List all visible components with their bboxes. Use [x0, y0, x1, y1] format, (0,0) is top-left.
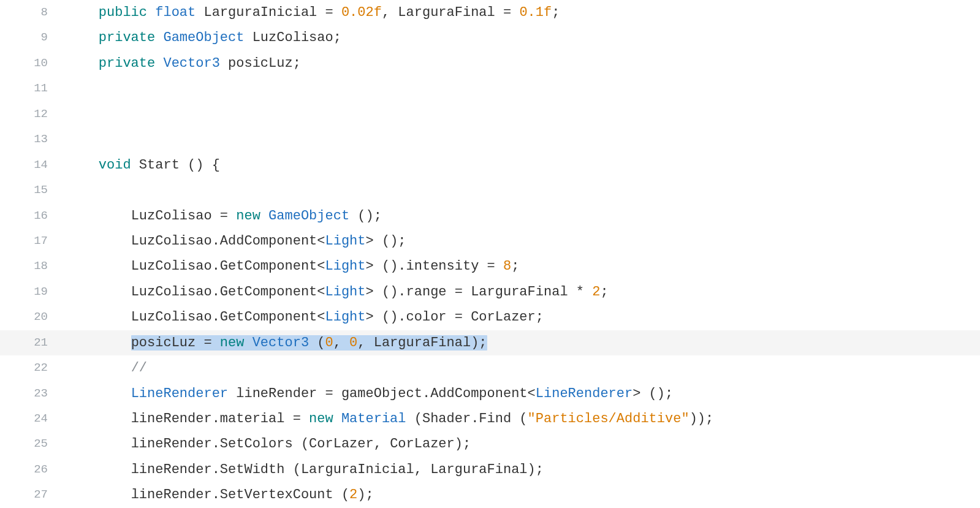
- code-line[interactable]: 20 LuzColisao.GetComponent<Light> ().col…: [0, 305, 980, 330]
- code-line[interactable]: 26 lineRender.SetWidth (LarguraInicial, …: [0, 457, 980, 482]
- line-number: 12: [0, 102, 66, 127]
- code-line[interactable]: 17 LuzColisao.AddComponent<Light> ();: [0, 229, 980, 254]
- code-line[interactable]: 13: [0, 127, 980, 152]
- code-content[interactable]: lineRender.SetVertexCount (2);: [66, 482, 374, 507]
- line-number: 27: [0, 482, 66, 507]
- code-content[interactable]: void Start () {: [66, 153, 220, 178]
- line-number: 19: [0, 279, 66, 305]
- line-number: 18: [0, 254, 66, 279]
- code-content[interactable]: LuzColisao.GetComponent<Light> ().intens…: [66, 254, 519, 279]
- code-content[interactable]: posicLuz = new Vector3 (0, 0, LarguraFin…: [66, 330, 487, 355]
- code-content[interactable]: LineRenderer lineRender = gameObject.Add…: [66, 381, 673, 406]
- code-line[interactable]: 27 lineRender.SetVertexCount (2);: [0, 482, 980, 507]
- code-content[interactable]: lineRender.SetColors (CorLazer, CorLazer…: [66, 431, 471, 457]
- line-number: 8: [0, 0, 66, 25]
- code-line[interactable]: 18 LuzColisao.GetComponent<Light> ().int…: [0, 254, 980, 279]
- line-number: 9: [0, 25, 66, 50]
- code-line[interactable]: 9 private GameObject LuzColisao;: [0, 25, 980, 50]
- code-line[interactable]: 15: [0, 178, 980, 203]
- code-line[interactable]: 10 private Vector3 posicLuz;: [0, 51, 980, 76]
- line-number: 14: [0, 153, 66, 178]
- line-number: 15: [0, 178, 66, 203]
- text-selection: posicLuz = new Vector3 (0, 0, LarguraFin…: [131, 335, 487, 351]
- line-number: 21: [0, 330, 66, 355]
- code-line[interactable]: 12: [0, 102, 980, 127]
- code-line[interactable]: 14 void Start () {: [0, 153, 980, 178]
- code-editor[interactable]: 8 public float LarguraInicial = 0.02f, L…: [0, 0, 980, 508]
- code-line[interactable]: 19 LuzColisao.GetComponent<Light> ().ran…: [0, 279, 980, 305]
- code-content[interactable]: private GameObject LuzColisao;: [66, 25, 341, 50]
- code-line[interactable]: 11: [0, 76, 980, 101]
- code-content[interactable]: LuzColisao.AddComponent<Light> ();: [66, 229, 406, 254]
- line-number: 25: [0, 431, 66, 457]
- code-content[interactable]: //: [66, 355, 147, 381]
- code-content[interactable]: lineRender.material = new Material (Shad…: [66, 406, 713, 431]
- code-line[interactable]: 24 lineRender.material = new Material (S…: [0, 406, 980, 431]
- line-number: 24: [0, 406, 66, 431]
- line-number: 10: [0, 51, 66, 76]
- line-number: 11: [0, 76, 66, 101]
- code-content[interactable]: LuzColisao.GetComponent<Light> ().range …: [66, 279, 609, 305]
- line-number: 23: [0, 381, 66, 406]
- code-content[interactable]: LuzColisao = new GameObject ();: [66, 203, 382, 229]
- line-number: 20: [0, 305, 66, 330]
- line-number: 26: [0, 457, 66, 482]
- code-content[interactable]: private Vector3 posicLuz;: [66, 51, 301, 76]
- code-content[interactable]: LuzColisao.GetComponent<Light> ().color …: [66, 305, 544, 330]
- code-content[interactable]: lineRender.SetWidth (LarguraInicial, Lar…: [66, 457, 544, 482]
- line-number: 17: [0, 229, 66, 254]
- line-number: 16: [0, 203, 66, 229]
- code-content[interactable]: public float LarguraInicial = 0.02f, Lar…: [66, 0, 560, 25]
- code-line[interactable]: 23 LineRenderer lineRender = gameObject.…: [0, 381, 980, 406]
- code-line[interactable]: 25 lineRender.SetColors (CorLazer, CorLa…: [0, 431, 980, 457]
- code-line-current[interactable]: 21 posicLuz = new Vector3 (0, 0, Largura…: [0, 330, 980, 355]
- code-line[interactable]: 16 LuzColisao = new GameObject ();: [0, 203, 980, 229]
- code-line[interactable]: 8 public float LarguraInicial = 0.02f, L…: [0, 0, 980, 25]
- code-line[interactable]: 22 //: [0, 355, 980, 381]
- line-number: 13: [0, 127, 66, 152]
- line-number: 22: [0, 355, 66, 381]
